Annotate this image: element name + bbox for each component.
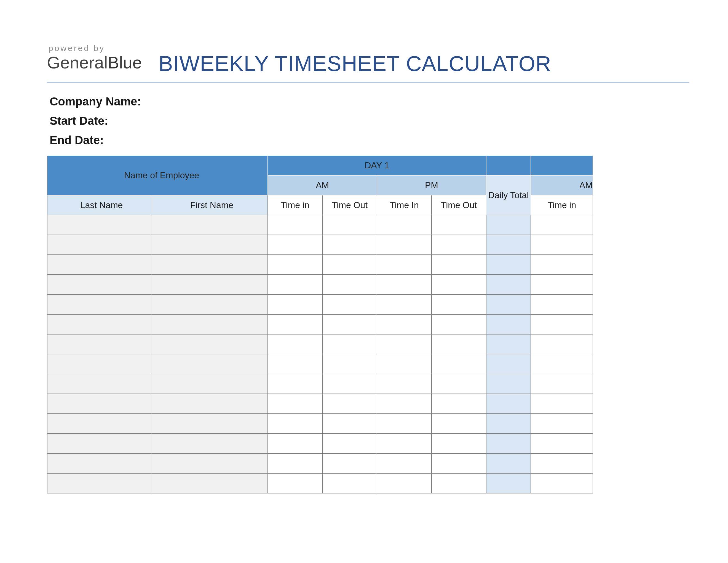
- time-in-pm-cell[interactable]: [377, 414, 432, 434]
- time-out-pm-cell[interactable]: [432, 314, 486, 334]
- time-out-am-cell[interactable]: [322, 454, 377, 473]
- time-out-am-cell[interactable]: [322, 354, 377, 374]
- daily-total-cell[interactable]: [486, 334, 531, 354]
- daily-total-cell[interactable]: [486, 354, 531, 374]
- time-out-pm-cell[interactable]: [432, 414, 486, 434]
- time-in-pm-cell[interactable]: [377, 255, 432, 274]
- time-out-am-cell[interactable]: [322, 255, 377, 274]
- time-in-day2-cell[interactable]: [531, 374, 593, 394]
- time-out-am-cell[interactable]: [322, 274, 377, 295]
- time-in-day2-cell[interactable]: [531, 473, 593, 493]
- time-out-pm-cell[interactable]: [432, 215, 486, 235]
- time-in-day2-cell[interactable]: [531, 334, 593, 354]
- time-in-pm-cell[interactable]: [377, 434, 432, 454]
- daily-total-cell[interactable]: [486, 454, 531, 473]
- time-in-pm-cell[interactable]: [377, 374, 432, 394]
- time-out-pm-cell[interactable]: [432, 473, 486, 493]
- time-in-am-cell[interactable]: [268, 255, 322, 274]
- last-name-cell[interactable]: [47, 314, 152, 334]
- daily-total-cell[interactable]: [486, 274, 531, 295]
- first-name-cell[interactable]: [152, 215, 268, 235]
- daily-total-cell[interactable]: [486, 255, 531, 274]
- time-in-am-cell[interactable]: [268, 295, 322, 314]
- time-out-am-cell[interactable]: [322, 235, 377, 255]
- time-out-am-cell[interactable]: [322, 295, 377, 314]
- time-out-pm-cell[interactable]: [432, 434, 486, 454]
- daily-total-cell[interactable]: [486, 473, 531, 493]
- time-in-pm-cell[interactable]: [377, 394, 432, 414]
- time-in-pm-cell[interactable]: [377, 215, 432, 235]
- time-in-pm-cell[interactable]: [377, 235, 432, 255]
- last-name-cell[interactable]: [47, 454, 152, 473]
- first-name-cell[interactable]: [152, 473, 268, 493]
- time-out-am-cell[interactable]: [322, 374, 377, 394]
- time-in-am-cell[interactable]: [268, 414, 322, 434]
- last-name-cell[interactable]: [47, 473, 152, 493]
- time-in-day2-cell[interactable]: [531, 215, 593, 235]
- time-in-day2-cell[interactable]: [531, 434, 593, 454]
- last-name-cell[interactable]: [47, 374, 152, 394]
- first-name-cell[interactable]: [152, 374, 268, 394]
- time-out-am-cell[interactable]: [322, 473, 377, 493]
- time-in-am-cell[interactable]: [268, 314, 322, 334]
- time-in-day2-cell[interactable]: [531, 314, 593, 334]
- time-in-pm-cell[interactable]: [377, 334, 432, 354]
- time-out-pm-cell[interactable]: [432, 334, 486, 354]
- daily-total-cell[interactable]: [486, 215, 531, 235]
- time-in-day2-cell[interactable]: [531, 394, 593, 414]
- first-name-cell[interactable]: [152, 334, 268, 354]
- time-out-am-cell[interactable]: [322, 414, 377, 434]
- time-out-pm-cell[interactable]: [432, 374, 486, 394]
- last-name-cell[interactable]: [47, 394, 152, 414]
- time-out-pm-cell[interactable]: [432, 454, 486, 473]
- time-in-day2-cell[interactable]: [531, 414, 593, 434]
- time-in-am-cell[interactable]: [268, 235, 322, 255]
- daily-total-cell[interactable]: [486, 314, 531, 334]
- time-in-day2-cell[interactable]: [531, 235, 593, 255]
- time-in-am-cell[interactable]: [268, 394, 322, 414]
- time-in-am-cell[interactable]: [268, 274, 322, 295]
- time-out-pm-cell[interactable]: [432, 295, 486, 314]
- time-out-pm-cell[interactable]: [432, 235, 486, 255]
- first-name-cell[interactable]: [152, 274, 268, 295]
- time-out-am-cell[interactable]: [322, 314, 377, 334]
- time-in-am-cell[interactable]: [268, 334, 322, 354]
- time-in-pm-cell[interactable]: [377, 295, 432, 314]
- time-out-am-cell[interactable]: [322, 334, 377, 354]
- first-name-cell[interactable]: [152, 394, 268, 414]
- time-in-day2-cell[interactable]: [531, 354, 593, 374]
- time-out-pm-cell[interactable]: [432, 354, 486, 374]
- last-name-cell[interactable]: [47, 255, 152, 274]
- first-name-cell[interactable]: [152, 314, 268, 334]
- time-out-pm-cell[interactable]: [432, 274, 486, 295]
- time-in-day2-cell[interactable]: [531, 295, 593, 314]
- last-name-cell[interactable]: [47, 295, 152, 314]
- time-out-pm-cell[interactable]: [432, 394, 486, 414]
- time-in-pm-cell[interactable]: [377, 314, 432, 334]
- last-name-cell[interactable]: [47, 215, 152, 235]
- first-name-cell[interactable]: [152, 414, 268, 434]
- time-in-am-cell[interactable]: [268, 473, 322, 493]
- first-name-cell[interactable]: [152, 354, 268, 374]
- last-name-cell[interactable]: [47, 414, 152, 434]
- daily-total-cell[interactable]: [486, 414, 531, 434]
- daily-total-cell[interactable]: [486, 295, 531, 314]
- first-name-cell[interactable]: [152, 295, 268, 314]
- time-in-pm-cell[interactable]: [377, 274, 432, 295]
- time-in-day2-cell[interactable]: [531, 255, 593, 274]
- time-in-day2-cell[interactable]: [531, 274, 593, 295]
- first-name-cell[interactable]: [152, 454, 268, 473]
- last-name-cell[interactable]: [47, 334, 152, 354]
- time-out-am-cell[interactable]: [322, 215, 377, 235]
- last-name-cell[interactable]: [47, 354, 152, 374]
- last-name-cell[interactable]: [47, 434, 152, 454]
- time-in-pm-cell[interactable]: [377, 354, 432, 374]
- daily-total-cell[interactable]: [486, 374, 531, 394]
- time-out-am-cell[interactable]: [322, 434, 377, 454]
- first-name-cell[interactable]: [152, 434, 268, 454]
- time-in-am-cell[interactable]: [268, 434, 322, 454]
- time-in-am-cell[interactable]: [268, 354, 322, 374]
- time-in-pm-cell[interactable]: [377, 473, 432, 493]
- time-in-day2-cell[interactable]: [531, 454, 593, 473]
- daily-total-cell[interactable]: [486, 394, 531, 414]
